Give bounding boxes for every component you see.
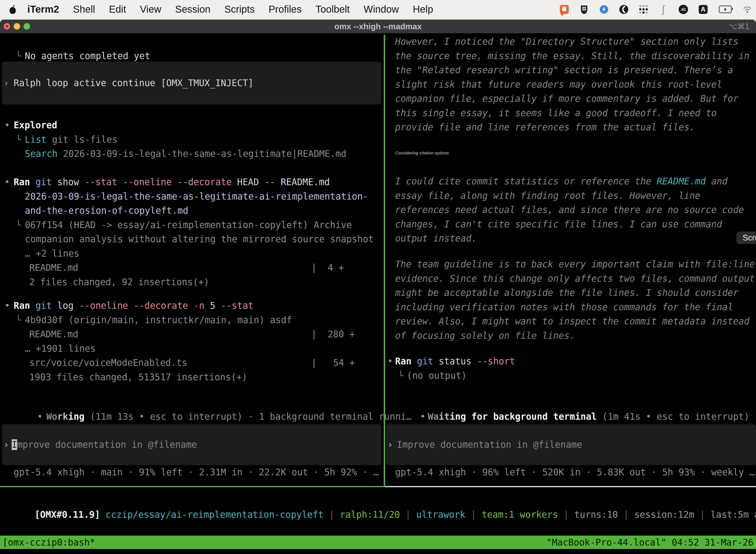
- apple-menu-icon[interactable]: [8, 4, 17, 14]
- verified-badge-icon[interactable]: [599, 5, 609, 14]
- git-status-command: •Ran git status --short: [0, 354, 756, 369]
- claude-icon[interactable]: [619, 5, 629, 14]
- readme-link[interactable]: README.md: [657, 176, 706, 187]
- dots-grid-icon[interactable]: [639, 5, 648, 14]
- explored-list-line: └List git ls-files: [0, 132, 756, 147]
- tmux-status-bar: [omx-cczip0:bash* "MacBook-Pro-44.local"…: [0, 536, 756, 549]
- shield-grid-icon[interactable]: [579, 5, 589, 14]
- pane-divider[interactable]: [384, 35, 385, 486]
- git-status-block: •Ran git status --short └(no output): [0, 354, 756, 383]
- window-title-bar: omx --xhigh --madmax ⌥⌘1: [0, 19, 756, 33]
- omx-last: last:5m ago: [711, 509, 756, 520]
- hook-icon[interactable]: ʃ: [659, 5, 668, 14]
- git-log-output-ellipsis: … +1901 lines: [0, 341, 756, 356]
- menu-item-help[interactable]: Help: [413, 4, 433, 15]
- left-prompt-input[interactable]: ›Improve documentation in @filename: [2, 424, 381, 465]
- menu-app-name[interactable]: iTerm2: [27, 4, 59, 15]
- menu-item-window[interactable]: Window: [364, 4, 399, 15]
- menu-item-shell[interactable]: Shell: [73, 4, 95, 15]
- reasoning-line-with-link: I could cite commit statistics or refere…: [395, 174, 756, 189]
- reasoning-paragraph-3: The team guideline is to back every impo…: [395, 257, 756, 343]
- omx-version: [OMX#0.11.9]: [35, 509, 106, 520]
- text-cursor: I: [12, 439, 17, 450]
- omx-ultrawork: ultrawork: [416, 509, 465, 520]
- menu-item-profiles[interactable]: Profiles: [269, 4, 302, 15]
- menu-item-scripts[interactable]: Scripts: [224, 4, 254, 15]
- omx-ralph-counter: ralph:11/20: [340, 509, 400, 520]
- reasoning-paragraph-1: However, I noticed the "Directory Struct…: [395, 35, 756, 134]
- chat-app-icon[interactable]: [560, 5, 569, 14]
- prompt-chevron: ›: [3, 78, 9, 88]
- wifi-icon[interactable]: [743, 5, 752, 14]
- inactive-pane-border: [385, 486, 756, 487]
- tmux-session-name: [omx-cczip0:bash*: [2, 537, 95, 548]
- battery-icon[interactable]: [718, 5, 732, 14]
- omx-session: session:12m: [634, 509, 694, 520]
- menu-item-session[interactable]: Session: [175, 4, 210, 15]
- ralph-command-text: Ralph loop active continue [OMX_TMUX_INJ…: [14, 78, 253, 88]
- window-title: omx --xhigh --madmax: [0, 19, 756, 33]
- menu-item-view[interactable]: View: [140, 4, 161, 15]
- keyboard-layout-icon[interactable]: A: [698, 5, 708, 14]
- left-model-status: gpt-5.4 xhigh · main · 91% left · 2.31M …: [14, 465, 379, 480]
- prompt-chevron: ›: [387, 439, 393, 450]
- input-placeholder: mprove documentation in @filename: [17, 439, 197, 450]
- window-shortcut: ⌥⌘1: [729, 19, 750, 33]
- reasoning-paragraph-2: I could cite commit statistics or refere…: [395, 174, 756, 246]
- omx-turns: turns:10: [574, 509, 618, 520]
- iterm-window: omx --xhigh --madmax ⌥⌘1 └No agents comp…: [0, 19, 756, 554]
- badge-61-icon[interactable]: .61: [679, 5, 688, 14]
- right-prompt-input[interactable]: ›Improve documentation in @filename: [386, 424, 756, 465]
- menu-bar-status-tray: ʃ .61 A: [560, 0, 752, 19]
- active-pane-border: [0, 486, 385, 487]
- waiting-status-line: •Waiting for background terminal (1m 41s…: [0, 395, 756, 409]
- menu-item-edit[interactable]: Edit: [109, 4, 126, 15]
- input-placeholder: Improve documentation in @filename: [397, 439, 582, 450]
- git-status-output: └(no output): [0, 369, 756, 383]
- menu-bar: iTerm2 Shell Edit View Session Scripts P…: [0, 0, 756, 19]
- explored-search-line: Search 2026-03-09-is-legal-the-same-as-l…: [0, 147, 756, 161]
- omx-team: team:1 workers: [482, 509, 558, 520]
- prompt-chevron: ›: [3, 439, 9, 450]
- screen-notification-tooltip: Scre: [737, 232, 756, 244]
- omx-status-line: [OMX#0.11.9] cczip/essay/ai-reimplementa…: [0, 493, 756, 508]
- desktop: iTerm2 Shell Edit View Session Scripts P…: [0, 0, 756, 554]
- menu-item-toolbelt[interactable]: Toolbelt: [315, 4, 350, 15]
- right-model-status: gpt-5.4 xhigh · 96% left · 520K in · 5.8…: [395, 465, 755, 480]
- tmux-host-clock: "MacBook-Pro-44.local" 04:52 31-Mar-26: [547, 537, 754, 548]
- omx-path: cczip/essay/ai-reimplementation-copyleft: [106, 509, 324, 520]
- reasoning-heading: Considering citation options: [395, 146, 449, 160]
- ralph-command-box[interactable]: ›Ralph loop active continue [OMX_TMUX_IN…: [2, 62, 381, 105]
